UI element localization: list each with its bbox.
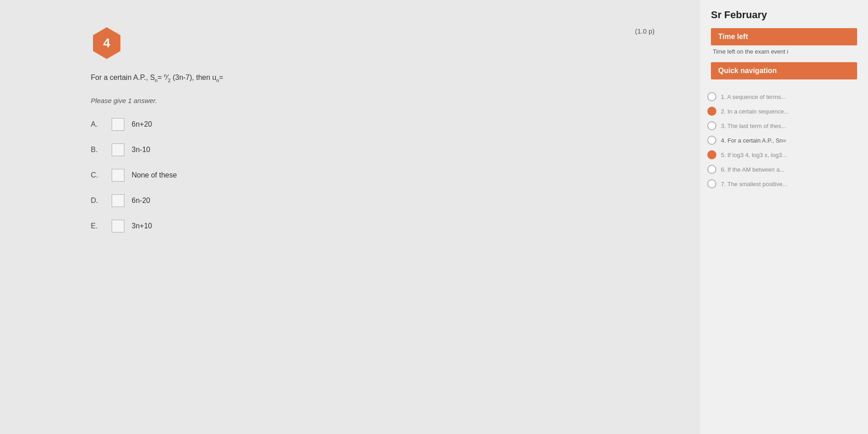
answer-row-b: B. 3n-10 — [91, 143, 664, 156]
main-content: (1.0 p) 4 For a certain A.P., Sn= n⁄2 (3… — [0, 0, 700, 434]
instruction-text: Please give 1 answer. — [91, 97, 664, 104]
answer-label-b: B. — [91, 146, 104, 154]
answer-label-c: C. — [91, 171, 104, 179]
answer-text-c: None of these — [132, 171, 177, 179]
nav-text-4: 4. For a certain A.P., Sn= — [721, 137, 786, 144]
answer-row-e: E. 3n+10 — [91, 220, 664, 232]
nav-item-2[interactable]: 2. In a certain sequence... — [707, 107, 861, 116]
answer-row-d: D. 6n-20 — [91, 194, 664, 207]
answer-text-a: 6n+20 — [132, 120, 152, 128]
answer-text-b: 3n-10 — [132, 146, 150, 154]
answer-row-a: A. 6n+20 — [91, 118, 664, 131]
nav-text-7: 7. The smallest positive... — [721, 181, 787, 187]
answer-checkbox-a[interactable] — [112, 118, 124, 131]
question-points: (1.0 p) — [635, 27, 655, 35]
nav-items: 1. A sequence of terms... 2. In a certai… — [700, 92, 868, 188]
answer-row-c: C. None of these — [91, 169, 664, 182]
nav-circle-1 — [707, 92, 716, 101]
answer-checkbox-c[interactable] — [112, 169, 124, 182]
sidebar-header: Sr February Time left Time left on the e… — [700, 0, 868, 92]
answer-text-e: 3n+10 — [132, 222, 152, 230]
nav-text-1: 1. A sequence of terms... — [721, 94, 786, 100]
nav-circle-4 — [707, 136, 716, 145]
nav-text-3: 3. The last term of thes... — [721, 123, 786, 129]
nav-text-5: 5. If log3 4, log3 x, log3... — [721, 152, 787, 158]
nav-item-6[interactable]: 6. If the AM between a... — [707, 165, 861, 174]
nav-item-5[interactable]: 5. If log3 4, log3 x, log3... — [707, 150, 861, 159]
nav-circle-7 — [707, 179, 716, 188]
answer-checkbox-d[interactable] — [112, 194, 124, 207]
time-left-sub: Time left on the exam event i — [711, 48, 857, 55]
nav-text-6: 6. If the AM between a... — [721, 166, 784, 173]
question-badge: 4 — [91, 27, 123, 59]
sidebar-title: Sr February — [711, 9, 857, 21]
sidebar: Sr February Time left Time left on the e… — [700, 0, 868, 434]
nav-item-1[interactable]: 1. A sequence of terms... — [707, 92, 861, 101]
nav-item-3[interactable]: 3. The last term of thes... — [707, 121, 861, 130]
question-text: For a certain A.P., Sn= n⁄2 (3n-7), then… — [91, 73, 664, 83]
answer-label-d: D. — [91, 197, 104, 205]
time-left-section: Time left — [711, 28, 857, 45]
answer-checkbox-b[interactable] — [112, 143, 124, 156]
nav-circle-6 — [707, 165, 716, 174]
nav-item-4[interactable]: 4. For a certain A.P., Sn= — [707, 136, 861, 145]
answer-label-a: A. — [91, 120, 104, 128]
nav-circle-5 — [707, 150, 716, 159]
answer-options: A. 6n+20 B. 3n-10 C. None of these D. 6n… — [91, 118, 664, 232]
quick-navigation-section: Quick navigation — [711, 62, 857, 79]
nav-circle-3 — [707, 121, 716, 130]
answer-checkbox-e[interactable] — [112, 220, 124, 232]
nav-text-2: 2. In a certain sequence... — [721, 108, 789, 115]
answer-label-e: E. — [91, 222, 104, 230]
answer-text-d: 6n-20 — [132, 197, 150, 205]
nav-circle-2 — [707, 107, 716, 116]
nav-item-7[interactable]: 7. The smallest positive... — [707, 179, 861, 188]
